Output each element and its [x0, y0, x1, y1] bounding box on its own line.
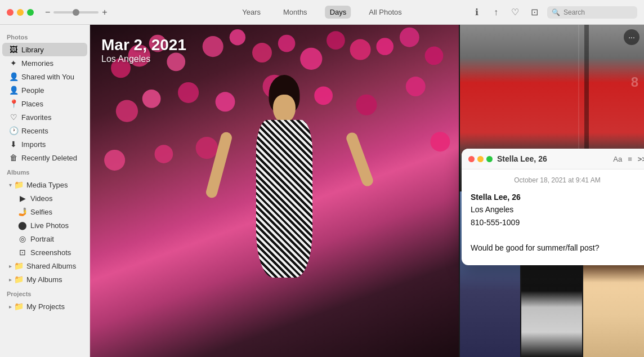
content-area: Mar 2, 2021 Los Angeles 8 ···	[90, 25, 644, 357]
expand-icon: ▸	[9, 304, 12, 310]
sidebar-item-my-albums[interactable]: ▸ 📁 My Albums	[2, 273, 87, 286]
svg-point-6	[252, 43, 272, 63]
note-close-button[interactable]	[468, 156, 475, 162]
svg-point-12	[400, 28, 419, 47]
photo-date-main: Mar 2, 2021	[101, 36, 186, 54]
maximize-button[interactable]	[27, 9, 34, 16]
svg-point-5	[230, 29, 245, 45]
sidebar-item-favorites[interactable]: ♡ Favorites	[2, 110, 87, 124]
sidebar-item-label: Recents	[21, 127, 48, 135]
note-body-name: Stella Lee, 26	[471, 191, 644, 203]
media-types-icon: 📁	[14, 180, 23, 189]
videos-icon: ▶	[18, 194, 27, 203]
my-projects-icon: 📁	[14, 302, 23, 311]
sidebar-item-shared-with-you[interactable]: 👤 Shared with You	[2, 70, 87, 83]
main-photo[interactable]: Mar 2, 2021 Los Angeles	[90, 25, 459, 357]
places-icon: 📍	[9, 99, 18, 108]
svg-point-25	[430, 132, 450, 151]
svg-point-23	[155, 145, 173, 163]
sidebar-item-label: Imports	[21, 140, 46, 149]
photos-section-label: Photos	[0, 29, 90, 43]
sidebar-item-label: Places	[21, 100, 43, 108]
favorites-icon: ♡	[9, 113, 18, 122]
tab-days[interactable]: Days	[325, 6, 351, 19]
sidebar-item-label: Selfies	[30, 208, 52, 216]
selfies-icon: 🤳	[18, 207, 27, 216]
svg-point-14	[116, 100, 138, 122]
portrait-icon: ◎	[18, 234, 27, 243]
sidebar-item-places[interactable]: 📍 Places	[2, 97, 87, 110]
crop-icon[interactable]: ⊡	[528, 6, 540, 19]
minimize-button[interactable]	[17, 9, 24, 16]
zoom-minus-button[interactable]: −	[45, 8, 50, 17]
svg-point-4	[203, 36, 223, 57]
sidebar-item-label: Media Types	[26, 181, 68, 189]
share-icon[interactable]: ↑	[490, 6, 502, 19]
sidebar-item-videos[interactable]: ▶ Videos	[2, 191, 87, 205]
photo-date: Mar 2, 2021 Los Angeles	[101, 36, 186, 64]
svg-point-9	[327, 31, 345, 50]
sidebar-item-live-photos[interactable]: ⬤ Live Photos	[2, 218, 87, 232]
info-icon[interactable]: ℹ	[471, 6, 483, 19]
zoom-control: − +	[45, 8, 108, 17]
sidebar-item-portrait[interactable]: ◎ Portrait	[2, 232, 87, 246]
sidebar-item-imports[interactable]: ⬇ Imports	[2, 137, 87, 151]
tab-years[interactable]: Years	[238, 6, 265, 19]
my-albums-icon: 📁	[14, 275, 23, 284]
note-body-text: Would be good for summer/fall post?	[471, 242, 644, 254]
svg-point-10	[350, 39, 371, 60]
sidebar-item-shared-albums[interactable]: ▸ 📁 Shared Albums	[2, 259, 87, 273]
sidebar-item-media-types[interactable]: ▾ 📁 Media Types	[2, 178, 87, 191]
sidebar-item-label: Videos	[30, 194, 53, 203]
expand-icon: ▸	[9, 276, 12, 283]
note-list-icon[interactable]: ≡	[628, 155, 632, 163]
sidebar-item-screenshots[interactable]: ⊡ Screenshots	[2, 246, 87, 259]
albums-section-label: Albums	[0, 164, 90, 178]
sidebar-item-label: People	[21, 86, 44, 95]
sidebar-item-label: Library	[21, 46, 44, 54]
svg-point-11	[376, 38, 393, 55]
search-input[interactable]	[564, 8, 631, 16]
note-popup: Stella Lee, 26 Aa ≡ >> October 18, 2021 …	[462, 149, 644, 265]
svg-point-7	[278, 35, 296, 52]
svg-point-21	[406, 77, 426, 96]
main-layout: Photos 🖼 Library ✦ Memories 👤 Shared wit…	[0, 25, 644, 357]
traffic-lights	[7, 9, 34, 16]
note-toolbar-icons: Aa ≡ >>	[613, 155, 644, 163]
library-icon: 🖼	[9, 45, 18, 54]
note-body-phone: 810-555-1009	[471, 216, 644, 229]
sidebar-item-library[interactable]: 🖼 Library	[2, 43, 87, 56]
shared-albums-icon: 📁	[14, 261, 23, 270]
tab-months[interactable]: Months	[279, 6, 312, 19]
sidebar-item-label: Live Photos	[30, 221, 69, 230]
sidebar-item-memories[interactable]: ✦ Memories	[2, 56, 87, 70]
expand-icon: ▸	[9, 263, 12, 269]
close-button[interactable]	[7, 9, 14, 16]
person-figure	[183, 75, 386, 358]
sidebar-item-label: My Albums	[26, 275, 62, 284]
titlebar: − + Years Months Days All Photos ℹ ↑ ♡ ⊡…	[0, 0, 644, 25]
heart-icon[interactable]: ♡	[509, 6, 521, 19]
sidebar-item-recents[interactable]: 🕐 Recents	[2, 124, 87, 137]
note-expand-icon[interactable]: >>	[638, 155, 644, 163]
note-minimize-button[interactable]	[477, 156, 484, 162]
svg-point-22	[104, 150, 125, 171]
recents-icon: 🕐	[9, 126, 18, 135]
note-font-icon[interactable]: Aa	[613, 155, 622, 163]
shared-icon: 👤	[9, 72, 18, 81]
sidebar-item-people[interactable]: 👤 People	[2, 83, 87, 97]
zoom-plus-button[interactable]: +	[102, 8, 107, 17]
more-options-button[interactable]: ···	[624, 29, 639, 45]
screenshots-icon: ⊡	[18, 248, 27, 257]
search-box[interactable]: 🔍	[547, 6, 637, 19]
note-timestamp: October 18, 2021 at 9:41 AM	[471, 176, 644, 184]
imports-icon: ⬇	[9, 140, 18, 149]
sidebar-item-recently-deleted[interactable]: 🗑 Recently Deleted	[2, 151, 87, 164]
people-icon: 👤	[9, 86, 18, 95]
zoom-slider[interactable]	[53, 11, 99, 14]
tab-all-photos[interactable]: All Photos	[364, 6, 406, 19]
sidebar-item-my-projects[interactable]: ▸ 📁 My Projects	[2, 300, 87, 313]
sidebar: Photos 🖼 Library ✦ Memories 👤 Shared wit…	[0, 25, 90, 357]
note-maximize-button[interactable]	[486, 156, 493, 162]
sidebar-item-selfies[interactable]: 🤳 Selfies	[2, 205, 87, 218]
